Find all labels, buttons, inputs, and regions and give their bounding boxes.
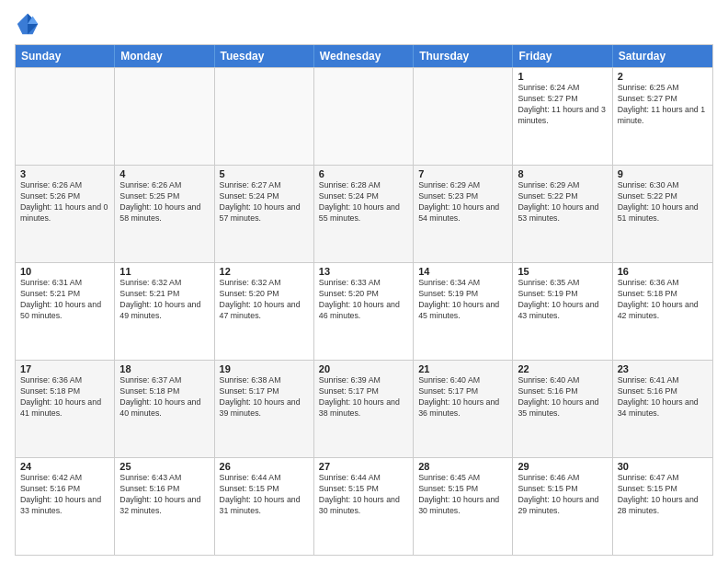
day-number: 28 — [418, 461, 507, 472]
weekday-header: Thursday — [414, 45, 513, 67]
day-info: Sunrise: 6:38 AM Sunset: 5:17 PM Dayligh… — [220, 375, 309, 419]
day-number: 24 — [20, 461, 109, 472]
calendar-row: 17Sunrise: 6:36 AM Sunset: 5:18 PM Dayli… — [16, 360, 712, 457]
day-number: 1 — [518, 71, 607, 82]
day-cell: 12Sunrise: 6:32 AM Sunset: 5:20 PM Dayli… — [215, 263, 314, 360]
day-info: Sunrise: 6:46 AM Sunset: 5:15 PM Dayligh… — [518, 473, 607, 517]
logo — [15, 11, 42, 37]
day-cell: 9Sunrise: 6:30 AM Sunset: 5:22 PM Daylig… — [613, 166, 712, 262]
weekday-header: Friday — [513, 45, 612, 67]
day-number: 7 — [418, 168, 507, 179]
day-cell: 6Sunrise: 6:28 AM Sunset: 5:24 PM Daylig… — [314, 166, 414, 262]
day-cell: 29Sunrise: 6:46 AM Sunset: 5:15 PM Dayli… — [513, 458, 612, 555]
weekday-header: Saturday — [613, 45, 712, 67]
logo-icon — [15, 11, 40, 37]
weekday-header: Tuesday — [215, 45, 314, 67]
day-info: Sunrise: 6:26 AM Sunset: 5:25 PM Dayligh… — [119, 180, 209, 224]
day-number: 11 — [119, 266, 209, 277]
day-number: 2 — [618, 71, 708, 82]
day-cell: 16Sunrise: 6:36 AM Sunset: 5:18 PM Dayli… — [613, 263, 712, 360]
day-info: Sunrise: 6:35 AM Sunset: 5:19 PM Dayligh… — [518, 278, 607, 322]
day-number: 4 — [119, 168, 209, 179]
day-number: 15 — [518, 266, 607, 277]
day-number: 26 — [220, 461, 309, 472]
day-cell: 25Sunrise: 6:43 AM Sunset: 5:16 PM Dayli… — [115, 458, 214, 555]
day-cell: 14Sunrise: 6:34 AM Sunset: 5:19 PM Dayli… — [414, 263, 513, 360]
weekday-header: Sunday — [16, 45, 115, 67]
day-info: Sunrise: 6:41 AM Sunset: 5:16 PM Dayligh… — [618, 375, 708, 419]
day-cell: 30Sunrise: 6:47 AM Sunset: 5:15 PM Dayli… — [613, 458, 712, 555]
calendar-row: 24Sunrise: 6:42 AM Sunset: 5:16 PM Dayli… — [16, 457, 712, 555]
day-number: 30 — [618, 461, 708, 472]
header — [15, 11, 713, 37]
calendar-header: SundayMondayTuesdayWednesdayThursdayFrid… — [16, 45, 712, 67]
day-cell: 11Sunrise: 6:32 AM Sunset: 5:21 PM Dayli… — [115, 263, 214, 360]
day-info: Sunrise: 6:34 AM Sunset: 5:19 PM Dayligh… — [418, 278, 507, 322]
day-info: Sunrise: 6:29 AM Sunset: 5:22 PM Dayligh… — [518, 180, 607, 224]
day-number: 25 — [119, 461, 209, 472]
day-info: Sunrise: 6:44 AM Sunset: 5:15 PM Dayligh… — [220, 473, 309, 517]
day-cell: 1Sunrise: 6:24 AM Sunset: 5:27 PM Daylig… — [513, 68, 612, 165]
day-number: 20 — [319, 363, 408, 374]
day-number: 23 — [618, 363, 708, 374]
day-number: 5 — [220, 168, 309, 179]
day-cell: 27Sunrise: 6:44 AM Sunset: 5:15 PM Dayli… — [314, 458, 414, 555]
day-info: Sunrise: 6:24 AM Sunset: 5:27 PM Dayligh… — [518, 83, 607, 127]
day-info: Sunrise: 6:25 AM Sunset: 5:27 PM Dayligh… — [618, 83, 708, 127]
day-cell: 21Sunrise: 6:40 AM Sunset: 5:17 PM Dayli… — [414, 361, 513, 457]
day-cell: 7Sunrise: 6:29 AM Sunset: 5:23 PM Daylig… — [414, 166, 513, 262]
day-cell: 15Sunrise: 6:35 AM Sunset: 5:19 PM Dayli… — [513, 263, 612, 360]
day-number: 13 — [319, 266, 408, 277]
day-info: Sunrise: 6:27 AM Sunset: 5:24 PM Dayligh… — [220, 180, 309, 224]
day-number: 8 — [518, 168, 607, 179]
day-number: 3 — [20, 168, 109, 179]
day-cell: 19Sunrise: 6:38 AM Sunset: 5:17 PM Dayli… — [215, 361, 314, 457]
day-info: Sunrise: 6:44 AM Sunset: 5:15 PM Dayligh… — [319, 473, 408, 517]
day-number: 21 — [418, 363, 507, 374]
day-number: 18 — [119, 363, 209, 374]
day-info: Sunrise: 6:31 AM Sunset: 5:21 PM Dayligh… — [20, 278, 109, 322]
day-number: 17 — [20, 363, 109, 374]
day-info: Sunrise: 6:28 AM Sunset: 5:24 PM Dayligh… — [319, 180, 408, 224]
day-cell: 23Sunrise: 6:41 AM Sunset: 5:16 PM Dayli… — [613, 361, 712, 457]
day-number: 9 — [618, 168, 708, 179]
empty-cell — [215, 68, 314, 165]
empty-cell — [414, 68, 513, 165]
day-number: 6 — [319, 168, 408, 179]
day-info: Sunrise: 6:47 AM Sunset: 5:15 PM Dayligh… — [618, 473, 708, 517]
day-number: 27 — [319, 461, 408, 472]
day-cell: 8Sunrise: 6:29 AM Sunset: 5:22 PM Daylig… — [513, 166, 612, 262]
page: SundayMondayTuesdayWednesdayThursdayFrid… — [0, 0, 728, 563]
day-cell: 10Sunrise: 6:31 AM Sunset: 5:21 PM Dayli… — [16, 263, 115, 360]
calendar: SundayMondayTuesdayWednesdayThursdayFrid… — [15, 44, 713, 556]
calendar-row: 10Sunrise: 6:31 AM Sunset: 5:21 PM Dayli… — [16, 262, 712, 360]
empty-cell — [314, 68, 414, 165]
day-number: 19 — [220, 363, 309, 374]
day-info: Sunrise: 6:37 AM Sunset: 5:18 PM Dayligh… — [119, 375, 209, 419]
day-number: 22 — [518, 363, 607, 374]
day-info: Sunrise: 6:40 AM Sunset: 5:17 PM Dayligh… — [418, 375, 507, 419]
day-info: Sunrise: 6:30 AM Sunset: 5:22 PM Dayligh… — [618, 180, 708, 224]
day-info: Sunrise: 6:36 AM Sunset: 5:18 PM Dayligh… — [618, 278, 708, 322]
day-cell: 26Sunrise: 6:44 AM Sunset: 5:15 PM Dayli… — [215, 458, 314, 555]
day-cell: 13Sunrise: 6:33 AM Sunset: 5:20 PM Dayli… — [314, 263, 414, 360]
day-info: Sunrise: 6:40 AM Sunset: 5:16 PM Dayligh… — [518, 375, 607, 419]
day-cell: 22Sunrise: 6:40 AM Sunset: 5:16 PM Dayli… — [513, 361, 612, 457]
day-number: 10 — [20, 266, 109, 277]
day-info: Sunrise: 6:33 AM Sunset: 5:20 PM Dayligh… — [319, 278, 408, 322]
day-cell: 2Sunrise: 6:25 AM Sunset: 5:27 PM Daylig… — [613, 68, 712, 165]
empty-cell — [115, 68, 214, 165]
day-cell: 4Sunrise: 6:26 AM Sunset: 5:25 PM Daylig… — [115, 166, 214, 262]
calendar-row: 3Sunrise: 6:26 AM Sunset: 5:26 PM Daylig… — [16, 165, 712, 262]
day-cell: 20Sunrise: 6:39 AM Sunset: 5:17 PM Dayli… — [314, 361, 414, 457]
day-info: Sunrise: 6:45 AM Sunset: 5:15 PM Dayligh… — [418, 473, 507, 517]
day-cell: 18Sunrise: 6:37 AM Sunset: 5:18 PM Dayli… — [115, 361, 214, 457]
weekday-header: Wednesday — [314, 45, 414, 67]
day-cell: 28Sunrise: 6:45 AM Sunset: 5:15 PM Dayli… — [414, 458, 513, 555]
day-cell: 24Sunrise: 6:42 AM Sunset: 5:16 PM Dayli… — [16, 458, 115, 555]
day-info: Sunrise: 6:43 AM Sunset: 5:16 PM Dayligh… — [119, 473, 209, 517]
day-info: Sunrise: 6:36 AM Sunset: 5:18 PM Dayligh… — [20, 375, 109, 419]
day-info: Sunrise: 6:39 AM Sunset: 5:17 PM Dayligh… — [319, 375, 408, 419]
day-cell: 17Sunrise: 6:36 AM Sunset: 5:18 PM Dayli… — [16, 361, 115, 457]
day-info: Sunrise: 6:26 AM Sunset: 5:26 PM Dayligh… — [20, 180, 109, 224]
